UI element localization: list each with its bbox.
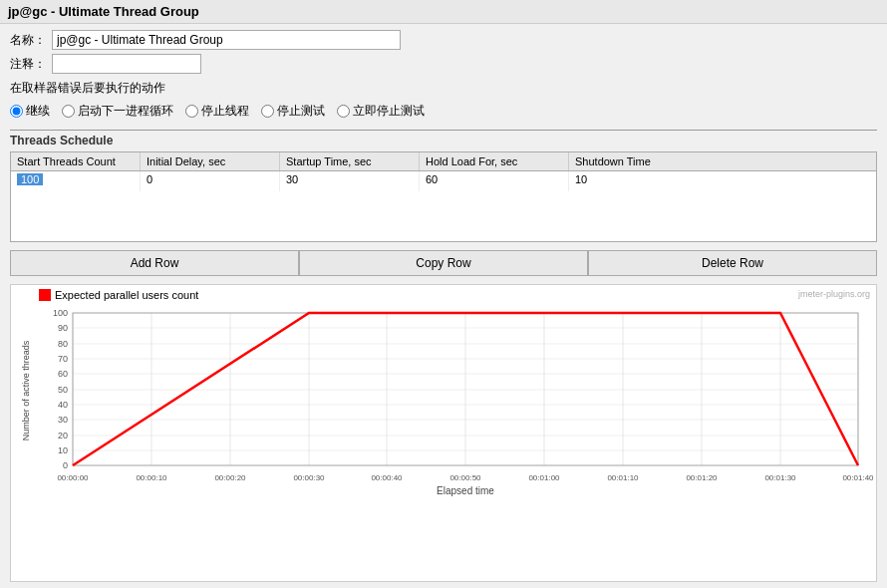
- cell-hold: 60: [420, 171, 569, 191]
- empty-rows: [11, 191, 876, 241]
- svg-text:00:01:00: 00:01:00: [528, 473, 560, 482]
- legend-color-box: [39, 289, 51, 301]
- cell-delay: 0: [141, 171, 280, 191]
- svg-text:00:00:50: 00:00:50: [449, 473, 481, 482]
- cell-shutdown: 10: [569, 171, 699, 191]
- svg-text:0: 0: [63, 460, 68, 470]
- svg-text:00:00:10: 00:00:10: [136, 473, 167, 482]
- svg-text:00:00:00: 00:00:00: [57, 473, 89, 482]
- svg-text:00:01:30: 00:01:30: [764, 473, 796, 482]
- svg-text:00:01:20: 00:01:20: [686, 473, 718, 482]
- radio-group: 继续 启动下一进程循环 停止线程 停止测试 立即停止测试: [10, 103, 877, 120]
- threads-schedule-label: Threads Schedule: [10, 130, 877, 147]
- svg-text:60: 60: [58, 369, 68, 379]
- chart-legend: Expected parallel users count: [39, 289, 198, 301]
- svg-text:70: 70: [58, 354, 68, 364]
- svg-text:30: 30: [58, 415, 68, 425]
- svg-text:00:00:20: 00:00:20: [214, 473, 246, 482]
- content-area: 名称： 注释： 在取样器错误后要执行的动作 继续 启动下一进程循环 停止线程 停…: [0, 24, 887, 588]
- y-axis-label: Number of active threads: [21, 340, 31, 441]
- comment-input[interactable]: [52, 54, 201, 74]
- name-label: 名称：: [10, 32, 46, 49]
- radio-stop-test[interactable]: 停止测试: [261, 103, 325, 120]
- action-section-label-row: 在取样器错误后要执行的动作: [10, 78, 877, 97]
- table-header: Start Threads Count Initial Delay, sec S…: [11, 152, 876, 171]
- svg-text:Elapsed time: Elapsed time: [437, 485, 494, 496]
- col-hold: Hold Load For, sec: [420, 152, 569, 170]
- svg-text:100: 100: [53, 308, 68, 318]
- col-startup: Startup Time, sec: [280, 152, 420, 170]
- table-row[interactable]: 100 0 30 60 10: [11, 171, 876, 191]
- chart-area: Expected parallel users count jmeter-plu…: [10, 284, 877, 582]
- threads-table: Start Threads Count Initial Delay, sec S…: [10, 151, 877, 242]
- svg-text:90: 90: [58, 323, 68, 333]
- chart-svg: Number of active threads: [21, 303, 877, 497]
- svg-text:20: 20: [58, 431, 68, 441]
- radio-stop-now[interactable]: 立即停止测试: [337, 103, 425, 120]
- svg-text:40: 40: [58, 400, 68, 410]
- radio-stop-thread[interactable]: 停止线程: [185, 103, 249, 120]
- title-bar: jp@gc - Ultimate Thread Group: [0, 0, 887, 24]
- delete-row-button[interactable]: Delete Row: [588, 250, 877, 276]
- comment-label: 注释：: [10, 56, 46, 73]
- copy-row-button[interactable]: Copy Row: [299, 250, 588, 276]
- action-buttons: Add Row Copy Row Delete Row: [10, 250, 877, 276]
- start-threads-badge: 100: [17, 173, 43, 185]
- svg-text:00:01:40: 00:01:40: [842, 473, 874, 482]
- name-input[interactable]: [52, 30, 401, 50]
- svg-text:10: 10: [58, 445, 68, 455]
- cell-startup: 30: [280, 171, 420, 191]
- svg-text:80: 80: [58, 339, 68, 349]
- col-delay: Initial Delay, sec: [141, 152, 280, 170]
- action-label: 在取样器错误后要执行的动作: [10, 80, 165, 97]
- cell-start: 100: [11, 171, 141, 191]
- main-window: jp@gc - Ultimate Thread Group 名称： 注释： 在取…: [0, 0, 887, 588]
- add-row-button[interactable]: Add Row: [10, 250, 299, 276]
- radio-next-loop[interactable]: 启动下一进程循环: [62, 103, 173, 120]
- window-title: jp@gc - Ultimate Thread Group: [8, 4, 199, 19]
- svg-text:00:00:40: 00:00:40: [371, 473, 403, 482]
- col-start: Start Threads Count: [11, 152, 141, 170]
- col-shutdown: Shutdown Time: [569, 152, 699, 170]
- legend-label: Expected parallel users count: [55, 289, 198, 301]
- svg-text:00:01:10: 00:01:10: [607, 473, 639, 482]
- name-row: 名称：: [10, 30, 877, 50]
- chart-watermark: jmeter-plugins.org: [798, 289, 870, 299]
- radio-continue[interactable]: 继续: [10, 103, 50, 120]
- svg-text:00:00:30: 00:00:30: [293, 473, 325, 482]
- comment-row: 注释：: [10, 54, 877, 74]
- svg-text:50: 50: [58, 385, 68, 395]
